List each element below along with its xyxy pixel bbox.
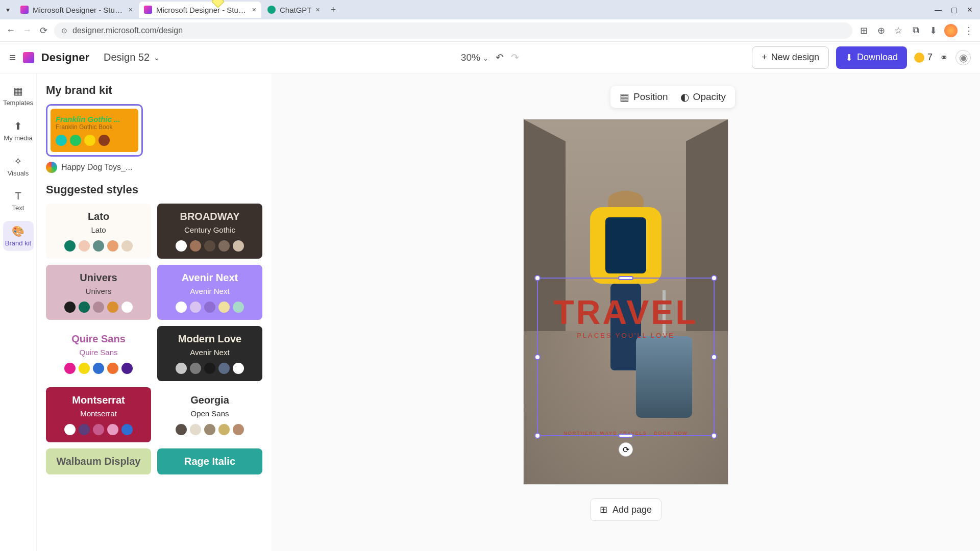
logo-text[interactable]: Designer: [41, 51, 89, 64]
browser-tab-strip: ▾ Microsoft Designer - Stunning × Micros…: [0, 0, 980, 19]
resize-handle[interactable]: [711, 354, 717, 360]
swatch: [204, 240, 215, 252]
swatch: [121, 302, 133, 313]
tab-search-icon[interactable]: ▾: [3, 5, 12, 14]
brand-kit-name[interactable]: Happy Dog Toys_...: [46, 162, 262, 173]
opacity-icon: ◐: [680, 91, 689, 103]
style-card[interactable]: Quire SansQuire Sans: [46, 326, 151, 381]
swatch: [121, 424, 133, 435]
swatch: [93, 363, 104, 374]
rail-my-media[interactable]: ⬆My media: [3, 116, 34, 146]
rail-brand-kit[interactable]: 🎨Brand kit: [3, 221, 34, 251]
style-font-primary: BROADWAY: [180, 211, 239, 222]
address-bar: ← → ⟳ ⊙ designer.microsoft.com/design ⊞ …: [0, 19, 980, 42]
plus-square-icon: ⊞: [600, 504, 607, 515]
swatch: [190, 363, 201, 374]
style-card[interactable]: Avenir NextAvenir Next: [157, 265, 262, 320]
swatch: [107, 424, 118, 435]
reload-icon[interactable]: ⟳: [38, 25, 49, 36]
swatch: [233, 363, 244, 374]
hamburger-icon[interactable]: ≡: [9, 51, 16, 64]
bookmark-icon[interactable]: ☆: [892, 24, 904, 37]
resize-handle[interactable]: [618, 434, 633, 438]
resize-handle[interactable]: [534, 354, 541, 360]
share-icon[interactable]: ⚭: [940, 52, 948, 64]
account-icon[interactable]: ◉: [955, 50, 971, 65]
resize-handle[interactable]: [534, 433, 541, 439]
style-font-primary: Walbaum Display: [57, 456, 141, 467]
resize-handle[interactable]: [618, 276, 633, 280]
swatch: [79, 363, 90, 374]
style-swatches: [176, 302, 244, 313]
style-font-primary: Lato: [88, 211, 109, 222]
style-card[interactable]: BROADWAYCentury Gothic: [157, 204, 262, 259]
add-page-button[interactable]: ⊞ Add page: [590, 498, 662, 521]
tab-1[interactable]: Microsoft Designer - Stunning ×: [15, 2, 138, 18]
style-font-primary: Quire Sans: [71, 333, 126, 345]
tab-title: Microsoft Designer - Stunning: [33, 6, 125, 14]
profile-avatar[interactable]: [944, 24, 958, 37]
close-icon[interactable]: ×: [129, 6, 133, 14]
undo-icon[interactable]: ↶: [496, 52, 504, 63]
extensions-icon[interactable]: ⧉: [910, 24, 922, 37]
maximize-icon[interactable]: ▢: [951, 6, 958, 14]
tab-3[interactable]: ChatGPT ×: [262, 2, 325, 18]
style-font-secondary: Univers: [86, 287, 112, 295]
zoom-dropdown[interactable]: 30% ⌄: [461, 52, 488, 63]
chevron-down-icon: ⌄: [154, 54, 160, 62]
rail-text[interactable]: TText: [3, 186, 34, 216]
style-swatches: [64, 240, 133, 252]
site-info-icon[interactable]: ⊙: [61, 27, 67, 35]
section-title-suggested: Suggested styles: [46, 183, 262, 196]
swatch: [79, 302, 90, 313]
downloads-icon[interactable]: ⬇: [927, 24, 939, 37]
position-button[interactable]: ▤Position: [620, 91, 668, 103]
swatch: [190, 240, 201, 252]
rotate-handle[interactable]: ⟳: [619, 442, 633, 457]
url-field[interactable]: ⊙ designer.microsoft.com/design: [54, 22, 852, 39]
brand-kit-card[interactable]: Franklin Gothic ... Franklin Gothic Book: [46, 104, 143, 157]
zoom-icon[interactable]: ⊕: [875, 24, 887, 37]
close-icon[interactable]: ×: [252, 6, 256, 14]
style-card[interactable]: Rage Italic: [157, 448, 262, 474]
resize-handle[interactable]: [534, 275, 541, 281]
redo-icon[interactable]: ↷: [511, 52, 519, 63]
style-card[interactable]: Walbaum Display: [46, 448, 151, 474]
style-font-secondary: Lato: [91, 226, 106, 234]
style-card[interactable]: MontserratMontserrat: [46, 387, 151, 442]
style-font-secondary: Quire Sans: [79, 348, 117, 357]
tab-2-active[interactable]: Microsoft Designer - Stunning ×: [139, 2, 261, 18]
style-swatches: [176, 424, 244, 435]
credits-badge[interactable]: 7: [914, 52, 933, 63]
style-card[interactable]: LatoLato: [46, 204, 151, 259]
install-app-icon[interactable]: ⊞: [857, 24, 870, 37]
design-name-dropdown[interactable]: Design 52 ⌄: [96, 47, 167, 67]
rail-visuals[interactable]: ✧Visuals: [3, 151, 34, 181]
style-card[interactable]: UniversUnivers: [46, 265, 151, 320]
favicon-icon: [267, 6, 276, 14]
swatch: [204, 363, 215, 374]
back-icon[interactable]: ←: [5, 25, 16, 36]
style-card[interactable]: GeorgiaOpen Sans: [157, 387, 262, 442]
download-button[interactable]: ⬇ Download: [836, 46, 907, 69]
close-icon[interactable]: ×: [316, 6, 320, 14]
new-tab-button[interactable]: +: [326, 5, 340, 15]
minimize-icon[interactable]: —: [935, 6, 942, 14]
brand-font-secondary: Franklin Gothic Book: [56, 123, 133, 131]
menu-icon[interactable]: ⋮: [963, 24, 975, 37]
style-font-primary: Avenir Next: [182, 272, 238, 284]
swatch: [79, 240, 90, 252]
forward-icon[interactable]: →: [21, 25, 33, 36]
rail-templates[interactable]: ▦Templates: [3, 81, 34, 111]
swatch: [64, 240, 76, 252]
artboard[interactable]: TRAVEL PLACES YOU'LL LOVE NORTHERN WAYS …: [524, 119, 728, 484]
swatch: [176, 363, 187, 374]
close-window-icon[interactable]: ✕: [967, 6, 973, 14]
style-card[interactable]: Modern LoveAvenir Next: [157, 326, 262, 381]
new-design-button[interactable]: + New design: [752, 46, 829, 69]
resize-handle[interactable]: [711, 275, 717, 281]
resize-handle[interactable]: [711, 433, 717, 439]
opacity-button[interactable]: ◐Opacity: [680, 91, 726, 103]
swatch: [121, 240, 133, 252]
swatch: [84, 135, 95, 146]
